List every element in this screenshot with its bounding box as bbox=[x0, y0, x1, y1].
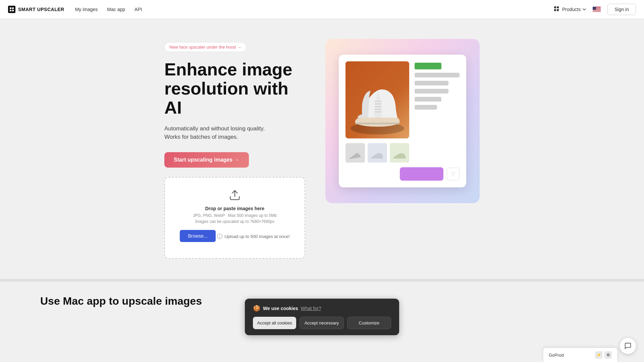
card-thumbnails bbox=[345, 143, 460, 163]
upload-upscale-note: Images can be upscaled up to 7680×7680px bbox=[173, 219, 297, 224]
accept-all-cookies-button[interactable]: Accept all cookies bbox=[253, 317, 296, 329]
svg-rect-24 bbox=[390, 143, 409, 163]
svg-rect-20 bbox=[374, 112, 382, 112]
cookie-header: 🍪 We use cookies What for? bbox=[253, 305, 391, 312]
svg-rect-18 bbox=[374, 106, 382, 107]
card-product-image bbox=[345, 61, 409, 138]
upload-batch-note: i Upload up to 500 images at once! bbox=[217, 234, 289, 239]
info-icon: i bbox=[217, 234, 222, 239]
card-bottom: ♡ bbox=[345, 167, 460, 181]
svg-rect-13 bbox=[593, 7, 596, 10]
hero-subtitle-line1: Automatically and without losing quality… bbox=[164, 125, 265, 132]
svg-rect-23 bbox=[368, 143, 387, 163]
card-top bbox=[345, 61, 460, 138]
hero-subtitle: Automatically and without losing quality… bbox=[164, 124, 305, 141]
card-thumb-3[interactable] bbox=[390, 143, 409, 163]
chat-icon bbox=[624, 342, 632, 350]
cookie-title: We use cookies bbox=[263, 306, 298, 311]
chevron-down-icon bbox=[583, 8, 586, 11]
brand-logo[interactable]: SMART UPSCALER bbox=[8, 6, 64, 13]
goprod-icon-1[interactable]: ⚡ bbox=[595, 351, 602, 359]
browse-button[interactable]: Browse... bbox=[180, 230, 215, 242]
products-icon bbox=[554, 6, 560, 12]
brand-name: SMART UPSCALER bbox=[18, 7, 64, 12]
hero-subtitle-line2: Works for batches of images. bbox=[164, 134, 238, 140]
hero-right: ♡ bbox=[325, 39, 480, 203]
sign-in-button[interactable]: Sign in bbox=[607, 4, 636, 15]
upload-formats: JPG, PNG, WebP · Max 500 images up to 5M… bbox=[173, 213, 297, 218]
svg-rect-2 bbox=[10, 10, 11, 11]
customize-cookies-button[interactable]: Customize bbox=[347, 317, 391, 329]
cookie-banner: 🍪 We use cookies What for? Accept all co… bbox=[245, 299, 399, 335]
card-thumb-2[interactable] bbox=[368, 143, 387, 163]
svg-rect-0 bbox=[10, 7, 11, 9]
goprod-icons: ⚡ ⚙ bbox=[595, 351, 612, 359]
nav-my-images[interactable]: My images bbox=[75, 7, 98, 12]
start-upscaling-button[interactable]: Start upscaling images → bbox=[164, 152, 249, 168]
card-info bbox=[415, 61, 460, 138]
svg-rect-21 bbox=[356, 123, 399, 124]
card-line-4 bbox=[415, 97, 441, 102]
drop-text: Drop or paste images here bbox=[173, 206, 297, 211]
svg-rect-4 bbox=[554, 6, 556, 8]
card-line-1 bbox=[415, 73, 460, 77]
upload-dropzone[interactable]: Drop or paste images here JPG, PNG, WebP… bbox=[164, 177, 305, 259]
hero-left: New face upscaler under the hood → Enhan… bbox=[164, 39, 305, 259]
cookie-emoji: 🍪 bbox=[253, 305, 260, 312]
section-divider bbox=[0, 279, 644, 282]
nav-mac-app[interactable]: Mac app bbox=[107, 7, 125, 12]
nav-links: My images Mac app API bbox=[75, 7, 554, 12]
card-heart-button[interactable]: ♡ bbox=[447, 168, 460, 180]
svg-rect-5 bbox=[557, 6, 559, 8]
logo-icon bbox=[8, 6, 15, 13]
batch-note-text: Upload up to 500 images at once! bbox=[224, 234, 289, 239]
cookie-what-for-link[interactable]: What for? bbox=[301, 306, 321, 311]
product-card-demo: ♡ bbox=[339, 55, 466, 187]
cookie-buttons: Accept all cookies Accept necessary Cust… bbox=[253, 317, 391, 329]
chat-button[interactable] bbox=[620, 338, 636, 354]
goprod-label: GoProd bbox=[549, 353, 564, 358]
upload-icon bbox=[228, 188, 241, 202]
language-flag[interactable] bbox=[593, 7, 601, 12]
new-feature-badge[interactable]: New face upscaler under the hood → bbox=[164, 42, 247, 52]
products-label: Products bbox=[562, 7, 581, 12]
svg-rect-12 bbox=[593, 11, 601, 12]
nav-api[interactable]: API bbox=[135, 7, 142, 12]
products-menu[interactable]: Products bbox=[554, 6, 586, 12]
nav-right: Products Sign in bbox=[554, 4, 636, 15]
svg-rect-6 bbox=[554, 9, 556, 11]
svg-rect-3 bbox=[12, 10, 14, 11]
card-buy-button[interactable] bbox=[400, 167, 443, 181]
navbar: SMART UPSCALER My images Mac app API Pro… bbox=[0, 0, 644, 19]
hero-section: New face upscaler under the hood → Enhan… bbox=[0, 19, 644, 279]
svg-rect-17 bbox=[374, 104, 382, 104]
svg-rect-1 bbox=[12, 7, 14, 9]
svg-rect-16 bbox=[374, 101, 382, 102]
card-line-5 bbox=[415, 105, 437, 110]
card-thumb-1[interactable] bbox=[345, 143, 365, 163]
svg-rect-22 bbox=[345, 143, 365, 163]
card-name-bar bbox=[415, 63, 441, 69]
goprod-bar[interactable]: GoProd ⚡ ⚙ bbox=[543, 348, 617, 362]
card-line-2 bbox=[415, 81, 448, 85]
svg-rect-19 bbox=[374, 109, 382, 110]
accept-necessary-button[interactable]: Accept necessary bbox=[300, 317, 343, 329]
svg-rect-7 bbox=[557, 9, 559, 11]
hero-illustration: ♡ bbox=[325, 39, 480, 203]
goprod-icon-2[interactable]: ⚙ bbox=[604, 351, 612, 359]
hero-title: Enhance image resolution with AI bbox=[164, 60, 305, 118]
svg-rect-11 bbox=[593, 10, 601, 10]
card-line-3 bbox=[415, 89, 448, 94]
